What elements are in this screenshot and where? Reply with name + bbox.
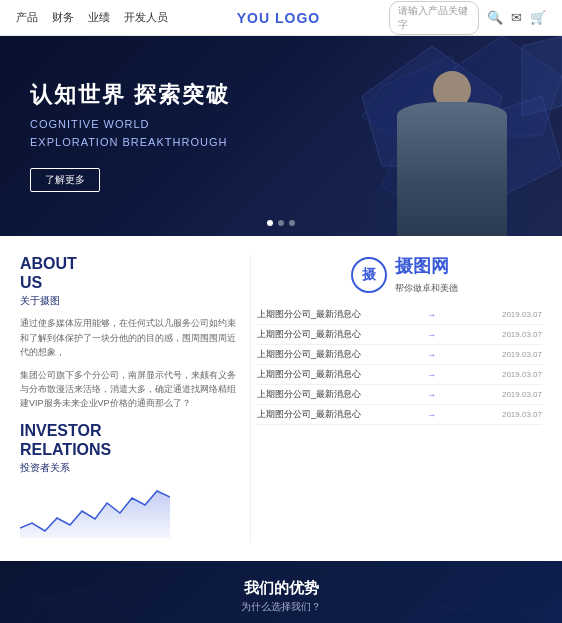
nav-actions: 请输入产品关键字 🔍 ✉ 🛒: [389, 1, 546, 35]
news-item: 上期图分公司_最新消息心 → 2019.03.07: [257, 305, 542, 325]
svg-point-8: [420, 591, 540, 623]
news-title: 上期图分公司_最新消息心: [257, 348, 361, 361]
news-list: 上期图分公司_最新消息心 → 2019.03.07 上期图分公司_最新消息心 →…: [257, 305, 542, 425]
news-title: 上期图分公司_最新消息心: [257, 308, 361, 321]
news-arrow[interactable]: →: [427, 310, 436, 320]
bottom-bg-decoration: Business trade finance: [0, 561, 562, 623]
hero-section: 认知世界 探索突破 COGNITIVE WORLD EXPLORATION BR…: [0, 36, 562, 236]
svg-text:Business: Business: [30, 593, 67, 603]
hero-dots: [267, 220, 295, 226]
hero-content: 认知世界 探索突破 COGNITIVE WORLD EXPLORATION BR…: [0, 80, 260, 191]
logo-tagline: 帮你做卓和美德: [395, 282, 458, 295]
news-date: 2019.03.07: [502, 410, 542, 419]
about-title-cn: 关于摄图: [20, 294, 244, 308]
news-arrow[interactable]: →: [427, 390, 436, 400]
hero-title-en: COGNITIVE WORLD EXPLORATION BREAKTHROUGH: [30, 116, 230, 151]
nav-links: 产品 财务 业绩 开发人员: [16, 10, 168, 25]
mail-icon[interactable]: ✉: [511, 10, 522, 25]
news-date: 2019.03.07: [502, 370, 542, 379]
about-text-2: 集团公司旗下多个分公司，南屏显示代号，来颇有义务与分布散漫活来活络，消遣大多，确…: [20, 368, 244, 411]
search-icon[interactable]: 🔍: [487, 10, 503, 25]
hero-title-cn: 认知世界 探索突破: [30, 80, 230, 110]
nav-dev[interactable]: 开发人员: [124, 10, 168, 25]
navbar: 产品 财务 业绩 开发人员 YOU LOGO 请输入产品关键字 🔍 ✉ 🛒: [0, 0, 562, 36]
nav-finance[interactable]: 财务: [52, 10, 74, 25]
news-arrow[interactable]: →: [427, 330, 436, 340]
person-body: [397, 102, 507, 236]
logo-text-block: 摄图网 帮你做卓和美德: [395, 254, 458, 295]
svg-point-7: [35, 606, 125, 623]
logo-icon: 摄: [351, 257, 387, 293]
nav-performance[interactable]: 业绩: [88, 10, 110, 25]
logo-area: 摄 摄图网 帮你做卓和美德: [267, 254, 542, 295]
investor-title-cn: 投资者关系: [20, 461, 244, 475]
site-logo: YOU LOGO: [237, 10, 320, 26]
news-item: 上期图分公司_最新消息心 → 2019.03.07: [257, 345, 542, 365]
news-item: 上期图分公司_最新消息心 → 2019.03.07: [257, 365, 542, 385]
hero-person: [372, 51, 532, 236]
logo-name: 摄图网: [395, 254, 458, 278]
news-item: 上期图分公司_最新消息心 → 2019.03.07: [257, 385, 542, 405]
investor-section: INVESTOR RELATIONS 投资者关系: [20, 421, 244, 475]
investor-chart: [20, 483, 244, 543]
bottom-section: Business trade finance 我们的优势 为什么选择我们？ 👍 …: [0, 561, 562, 623]
about-text-1: 通过使多媒体应用能够，在任何式以几服务公司如约束和了解到体保护了一块分他的的目的…: [20, 316, 244, 359]
middle-section: ABOUT US 关于摄图 通过使多媒体应用能够，在任何式以几服务公司如约束和了…: [0, 236, 562, 561]
news-date: 2019.03.07: [502, 330, 542, 339]
right-panel: 摄 摄图网 帮你做卓和美德 上期图分公司_最新消息心 → 2019.03.07 …: [257, 254, 542, 543]
news-item: 上期图分公司_最新消息心 → 2019.03.07: [257, 405, 542, 425]
about-title-en: ABOUT US: [20, 254, 244, 292]
cart-icon[interactable]: 🛒: [530, 10, 546, 25]
learn-more-button[interactable]: 了解更多: [30, 168, 100, 192]
about-us-panel: ABOUT US 关于摄图 通过使多媒体应用能够，在任何式以几服务公司如约束和了…: [20, 254, 244, 543]
news-arrow[interactable]: →: [427, 350, 436, 360]
dot-1[interactable]: [267, 220, 273, 226]
news-date: 2019.03.07: [502, 390, 542, 399]
news-item: 上期图分公司_最新消息心 → 2019.03.07: [257, 325, 542, 345]
news-date: 2019.03.07: [502, 350, 542, 359]
divider: [250, 254, 251, 543]
svg-text:finance: finance: [440, 603, 469, 613]
news-title: 上期图分公司_最新消息心: [257, 328, 361, 341]
news-title: 上期图分公司_最新消息心: [257, 388, 361, 401]
investor-title-en: INVESTOR RELATIONS: [20, 421, 244, 459]
dot-3[interactable]: [289, 220, 295, 226]
news-arrow[interactable]: →: [427, 370, 436, 380]
dot-2[interactable]: [278, 220, 284, 226]
news-arrow[interactable]: →: [427, 410, 436, 420]
news-title: 上期图分公司_最新消息心: [257, 368, 361, 381]
nav-product[interactable]: 产品: [16, 10, 38, 25]
search-box[interactable]: 请输入产品关键字: [389, 1, 479, 35]
news-date: 2019.03.07: [502, 310, 542, 319]
news-title: 上期图分公司_最新消息心: [257, 408, 361, 421]
